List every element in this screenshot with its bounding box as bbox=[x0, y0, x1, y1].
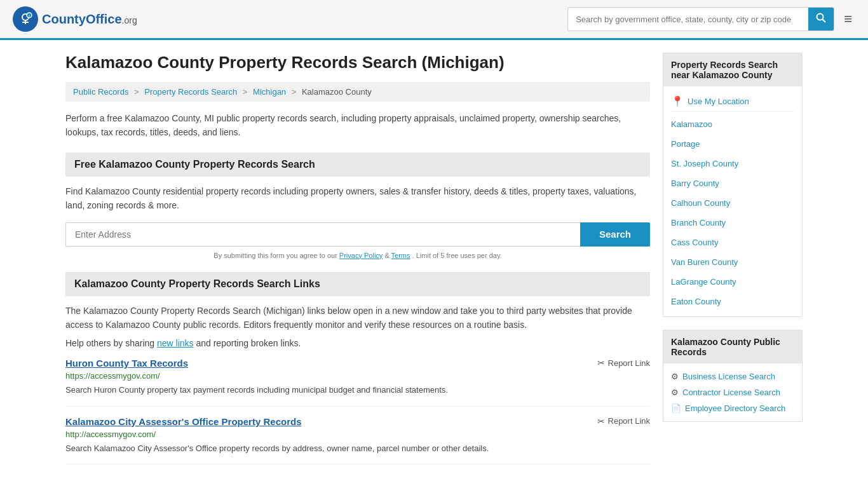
terms-link[interactable]: Terms bbox=[391, 252, 410, 259]
header-search-input[interactable] bbox=[568, 10, 808, 29]
breadcrumb-sep-3: > bbox=[292, 87, 299, 97]
links-section-header: Kalamazoo County Property Records Search… bbox=[65, 272, 650, 296]
logo-text: CountyOffice.org bbox=[42, 12, 137, 27]
logo-icon: ✓ bbox=[13, 6, 38, 32]
svg-point-6 bbox=[817, 14, 824, 20]
privacy-policy-link[interactable]: Privacy Policy bbox=[339, 252, 383, 259]
breadcrumb-property-records[interactable]: Property Records Search bbox=[144, 87, 237, 97]
links-intro: The Kalamazoo County Property Records Se… bbox=[65, 304, 650, 332]
links-section: Kalamazoo County Property Records Search… bbox=[65, 272, 650, 465]
share-links-text: Help others by sharing new links and rep… bbox=[65, 338, 650, 348]
report-icon-2: ✂ bbox=[597, 416, 605, 426]
link-description-2: Search Kalamazoo City Assessor's Office … bbox=[65, 442, 650, 455]
sidebar-link-lagrange[interactable]: LaGrange County bbox=[671, 272, 794, 292]
public-records-header: Kalamazoo County Public Records bbox=[663, 330, 802, 363]
menu-icon[interactable]: ≡ bbox=[841, 8, 855, 30]
page-description: Perform a free Kalamazoo County, MI publ… bbox=[65, 111, 650, 140]
sidebar-contractor-license[interactable]: ⚙ Contractor License Search bbox=[671, 384, 794, 400]
public-records-box: Kalamazoo County Public Records ⚙ Busine… bbox=[663, 330, 803, 422]
breadcrumb: Public Records > Property Records Search… bbox=[65, 82, 650, 102]
sidebar-link-kalamazoo[interactable]: Kalamazoo bbox=[671, 114, 794, 134]
report-label-1: Report Link bbox=[608, 358, 650, 368]
sidebar: Property Records Search near Kalamazoo C… bbox=[663, 53, 803, 477]
logo-area: ✓ CountyOffice.org bbox=[13, 6, 137, 32]
header-right: ≡ bbox=[567, 7, 855, 31]
nearby-box-header: Property Records Search near Kalamazoo C… bbox=[663, 53, 802, 86]
public-records-content: ⚙ Business License Search ⚙ Contractor L… bbox=[663, 363, 802, 421]
address-input[interactable] bbox=[65, 222, 580, 247]
content-area: Kalamazoo County Property Records Search… bbox=[65, 53, 650, 477]
header-search-bar bbox=[567, 7, 834, 31]
sidebar-link-calhoun[interactable]: Calhoun County bbox=[671, 193, 794, 213]
link-description-1: Search Huron County property tax payment… bbox=[65, 384, 650, 396]
site-header: ✓ CountyOffice.org ≡ bbox=[0, 0, 868, 40]
breadcrumb-sep-2: > bbox=[243, 87, 250, 97]
report-icon-1: ✂ bbox=[597, 358, 605, 368]
sidebar-link-st-joseph[interactable]: St. Joseph County bbox=[671, 154, 794, 173]
link-item-1-header: Huron County Tax Records ✂ Report Link bbox=[65, 358, 650, 369]
report-link-2[interactable]: ✂ Report Link bbox=[597, 416, 650, 426]
link-url-1: https://accessmygov.com/ bbox=[65, 371, 650, 381]
free-search-description: Find Kalamazoo County residential proper… bbox=[65, 184, 650, 213]
search-button[interactable]: Search bbox=[580, 222, 650, 247]
nearby-box: Property Records Search near Kalamazoo C… bbox=[663, 53, 803, 317]
svg-line-7 bbox=[823, 20, 826, 23]
sidebar-employee-directory[interactable]: 📄 Employee Directory Search bbox=[671, 400, 794, 416]
link-item-1: Huron County Tax Records ✂ Report Link h… bbox=[65, 358, 650, 407]
new-links-link[interactable]: new links bbox=[157, 338, 194, 348]
use-location[interactable]: 📍 Use My Location bbox=[671, 92, 794, 112]
breadcrumb-michigan[interactable]: Michigan bbox=[253, 87, 286, 97]
contractor-license-icon: ⚙ bbox=[671, 388, 679, 397]
sidebar-link-van-buren[interactable]: Van Buren County bbox=[671, 252, 794, 272]
sidebar-link-branch[interactable]: Branch County bbox=[671, 213, 794, 233]
free-search-header: Free Kalamazoo County Property Records S… bbox=[65, 152, 650, 177]
main-container: Kalamazoo County Property Records Search… bbox=[53, 40, 815, 488]
location-dot-icon: 📍 bbox=[671, 95, 684, 107]
link-item-2: Kalamazoo City Assessor's Office Propert… bbox=[65, 416, 650, 465]
sidebar-business-license[interactable]: ⚙ Business License Search bbox=[671, 369, 794, 384]
breadcrumb-sep-1: > bbox=[134, 87, 141, 97]
use-my-location-link[interactable]: Use My Location bbox=[688, 97, 749, 106]
business-license-icon: ⚙ bbox=[671, 372, 679, 381]
breadcrumb-public-records[interactable]: Public Records bbox=[73, 87, 128, 97]
report-link-1[interactable]: ✂ Report Link bbox=[597, 358, 650, 368]
link-item-2-header: Kalamazoo City Assessor's Office Propert… bbox=[65, 416, 650, 427]
address-search-form: Search bbox=[65, 222, 650, 247]
svg-text:✓: ✓ bbox=[28, 14, 31, 18]
breadcrumb-current: Kalamazoo County bbox=[302, 87, 372, 97]
link-title-2[interactable]: Kalamazoo City Assessor's Office Propert… bbox=[65, 416, 301, 427]
link-url-2: http://accessmygov.com/ bbox=[65, 430, 650, 439]
employee-directory-icon: 📄 bbox=[671, 403, 681, 413]
header-search-button[interactable] bbox=[808, 8, 834, 30]
link-title-1[interactable]: Huron County Tax Records bbox=[65, 358, 188, 369]
sidebar-link-cass[interactable]: Cass County bbox=[671, 233, 794, 252]
nearby-box-content: 📍 Use My Location Kalamazoo Portage St. … bbox=[663, 86, 802, 316]
sidebar-link-barry[interactable]: Barry County bbox=[671, 173, 794, 193]
free-search-section: Free Kalamazoo County Property Records S… bbox=[65, 152, 650, 259]
form-disclaimer: By submitting this form you agree to our… bbox=[65, 252, 650, 259]
report-label-2: Report Link bbox=[608, 416, 650, 426]
sidebar-link-portage[interactable]: Portage bbox=[671, 134, 794, 154]
sidebar-link-eaton[interactable]: Eaton County bbox=[671, 292, 794, 311]
page-title: Kalamazoo County Property Records Search… bbox=[65, 53, 650, 72]
